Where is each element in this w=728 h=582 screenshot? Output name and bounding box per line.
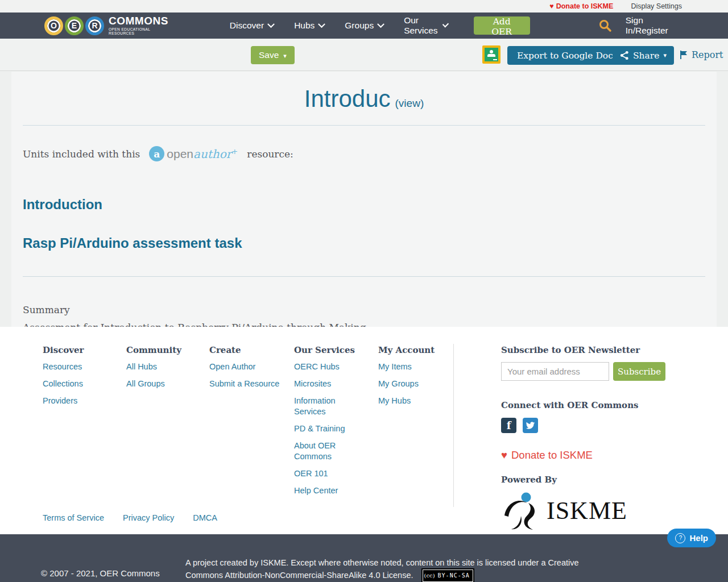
footer-link-my-groups[interactable]: My Groups: [378, 379, 441, 389]
sign-in-register-link[interactable]: Sign In/Register: [626, 15, 681, 36]
display-settings-link[interactable]: Display Settings: [631, 2, 682, 10]
nav-item-groups[interactable]: Groups: [345, 20, 383, 31]
footer-link-all-hubs[interactable]: All Hubs: [126, 361, 189, 372]
footer-col-discover: Discover Resources Collections Providers: [43, 345, 126, 502]
social-icons: f: [501, 418, 672, 433]
footer-col-our-services: Our Services OERC Hubs Microsites Inform…: [294, 345, 378, 502]
resource-title: Introduc: [304, 85, 391, 112]
report-button[interactable]: Report: [676, 49, 726, 61]
footer-col-create: Create Open Author Submit a Resource: [209, 345, 294, 502]
copyright-text: © 2007 - 2021, OER Commons: [41, 568, 160, 578]
footer-link-open-author[interactable]: Open Author: [209, 361, 289, 372]
export-google-docs-button[interactable]: Export to Google Docs: [507, 46, 627, 65]
help-button[interactable]: ? Help: [667, 529, 716, 547]
footer: Discover Resources Collections Providers…: [0, 327, 728, 534]
nav-item-hubs[interactable]: Hubs: [294, 20, 324, 31]
facebook-icon: f: [507, 419, 511, 431]
terms-of-service-link[interactable]: Terms of Service: [43, 513, 104, 522]
footer-col-community: Community All Hubs All Groups: [126, 345, 209, 502]
chevron-down-icon: [442, 21, 449, 27]
footer-col-title: Our Services: [294, 345, 378, 355]
resource-toolbar: Save▾ Export to Google Docs Share ▾ Repo…: [0, 39, 728, 71]
nav-item-discover[interactable]: Discover: [230, 20, 274, 31]
share-label: Share: [633, 51, 659, 61]
units-included-line: Units included with this a openauthor+ r…: [23, 146, 717, 161]
caret-down-icon: ▾: [283, 52, 287, 59]
add-oer-button[interactable]: Add OER: [474, 16, 530, 35]
footer-link-help-center[interactable]: Help Center: [294, 485, 357, 496]
nav-label: Hubs: [294, 20, 315, 31]
google-classroom-icon: [485, 48, 498, 61]
nav-label: Discover: [230, 20, 264, 31]
logo-letter-e: E: [65, 16, 84, 35]
footer-link-my-items[interactable]: My Items: [378, 361, 441, 372]
heart-icon: ♥: [549, 2, 553, 10]
cc-icon: (cc): [424, 570, 435, 581]
footer-link-resources[interactable]: Resources: [43, 361, 105, 372]
chevron-down-icon: [377, 20, 384, 28]
utility-bar: ♥Donate to ISKME Display Settings: [0, 0, 728, 13]
footer-link-collections[interactable]: Collections: [43, 379, 105, 389]
logo-letter-r: R: [85, 16, 104, 35]
footer-link-oer-101[interactable]: OER 101: [294, 468, 357, 479]
footer-link-my-hubs[interactable]: My Hubs: [378, 396, 441, 406]
email-input[interactable]: [501, 362, 609, 381]
footer-col-title: Create: [209, 345, 294, 355]
donate-iskme-footer-link[interactable]: ♥ Donate to ISKME: [501, 449, 672, 462]
save-label: Save: [259, 50, 279, 60]
license-text: A project created by ISKME. Except where…: [185, 558, 579, 580]
footer-col-title: My Account: [378, 345, 453, 355]
logo-text: COMMONS OPEN EDUCATIONAL RESOURCES: [109, 15, 168, 35]
summary-label: Summary: [23, 304, 717, 315]
question-mark-icon: ?: [675, 533, 685, 543]
twitter-button[interactable]: [523, 418, 538, 433]
open-author-plus: +: [231, 147, 238, 156]
footer-link-submit-resource[interactable]: Submit a Resource: [209, 379, 289, 389]
share-button[interactable]: Share ▾: [613, 46, 674, 65]
nav-label: Our Services: [404, 15, 439, 36]
content-divider: [23, 276, 705, 277]
footer-col-title: Community: [126, 345, 209, 355]
iskme-logo[interactable]: ISKME: [501, 489, 672, 531]
chevron-down-icon: [267, 20, 275, 28]
view-link[interactable]: (view): [395, 97, 424, 109]
license-text-block: A project created by ISKME. Except where…: [185, 557, 618, 582]
newsletter-section: Subscribe to OER Newsletter Subscribe Co…: [501, 345, 672, 531]
facebook-button[interactable]: f: [501, 418, 516, 433]
iskme-wordmark: ISKME: [547, 496, 627, 525]
footer-link-microsites[interactable]: Microsites: [294, 379, 357, 389]
donate-label: Donate to ISKME: [556, 2, 614, 10]
dmca-link[interactable]: DMCA: [193, 513, 217, 522]
subscribe-button[interactable]: Subscribe: [613, 362, 665, 381]
cc-by-nc-sa-badge[interactable]: (cc) BY-NC-SA: [421, 568, 474, 582]
heart-icon: ♥: [501, 449, 507, 462]
bottom-bar: © 2007 - 2021, OER Commons A project cre…: [0, 534, 728, 582]
open-author-logo: a openauthor+: [149, 146, 238, 161]
privacy-policy-link[interactable]: Privacy Policy: [123, 513, 174, 522]
unit-link-introduction[interactable]: Introduction: [23, 197, 717, 213]
logo-title: COMMONS: [109, 15, 168, 26]
footer-link-providers[interactable]: Providers: [43, 396, 105, 406]
footer-link-information-services[interactable]: Information Services: [294, 396, 357, 417]
footer-link-about-oer-commons[interactable]: About OER Commons: [294, 440, 357, 462]
logo-subtitle: OPEN EDUCATIONAL RESOURCES: [109, 28, 168, 35]
legal-links: Terms of Service Privacy Policy DMCA: [43, 513, 217, 522]
oer-commons-logo[interactable]: O E R COMMONS OPEN EDUCATIONAL RESOURCES: [44, 15, 168, 35]
search-icon: [598, 19, 612, 32]
google-classroom-button[interactable]: [482, 45, 500, 64]
open-author-open: open: [167, 147, 193, 160]
nav-label: Groups: [345, 20, 374, 31]
unit-link-rasp-pi-arduino[interactable]: Rasp Pi/Arduino assessment task: [23, 235, 717, 251]
cc-badge-label: BY-NC-SA: [438, 570, 470, 581]
flag-icon: [680, 50, 688, 60]
save-button[interactable]: Save▾: [251, 46, 295, 64]
nav-item-our-services[interactable]: Our Services: [404, 15, 447, 36]
footer-link-oerc-hubs[interactable]: OERC Hubs: [294, 361, 357, 372]
footer-link-pd-training[interactable]: PD & Training: [294, 423, 357, 434]
search-button[interactable]: [598, 19, 612, 32]
footer-link-all-groups[interactable]: All Groups: [126, 379, 189, 389]
donate-to-iskme-link[interactable]: ♥Donate to ISKME: [549, 2, 613, 10]
iskme-figure-icon: [501, 489, 545, 531]
report-label: Report: [692, 49, 723, 60]
logo-circles: O E R: [44, 16, 104, 35]
